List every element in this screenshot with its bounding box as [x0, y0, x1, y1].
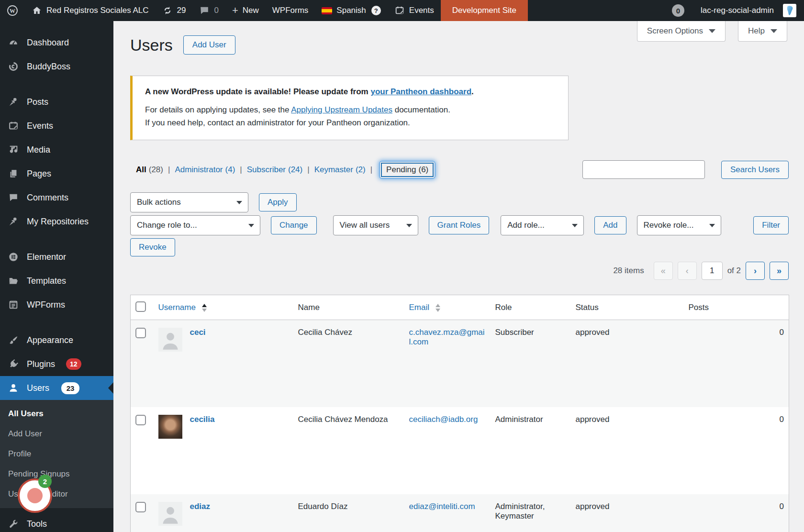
comment-bubble-icon	[8, 192, 19, 203]
upstream-updates-link[interactable]: Applying Upstream Updates	[291, 105, 392, 114]
sidebar-item-events[interactable]: Events	[0, 114, 113, 138]
items-count: 28 items	[613, 266, 644, 276]
user-email-link[interactable]: c.chavez.mza@gmail.com	[409, 328, 485, 346]
folder-icon	[8, 276, 19, 286]
sidebar-item-pages[interactable]: Pages	[0, 162, 113, 186]
submenu-pending-signups[interactable]: Pending Signups	[0, 464, 113, 484]
sidebar-item-posts[interactable]: Posts	[0, 90, 113, 114]
sidebar-item-users[interactable]: Users 23	[0, 376, 113, 400]
current-page-input[interactable]	[702, 262, 723, 280]
username-link[interactable]: ceci	[190, 328, 206, 337]
submenu-all-users[interactable]: All Users	[0, 404, 113, 424]
add-user-button[interactable]: Add User	[183, 35, 235, 55]
filter-button[interactable]: Filter	[753, 216, 789, 234]
sidebar-item-wpforms[interactable]: WPForms	[0, 293, 113, 317]
user-icon	[8, 383, 19, 393]
comments-indicator[interactable]: 0	[192, 0, 225, 21]
user-posts-count: 0	[684, 407, 789, 494]
sidebar-item-my-repositories[interactable]: My Repositories	[0, 210, 113, 233]
view-users-select[interactable]: View all users	[333, 215, 418, 235]
menu-separator	[0, 233, 113, 245]
search-users-button[interactable]: Search Users	[721, 161, 789, 179]
sidebar-item-appearance[interactable]: Appearance	[0, 328, 113, 352]
first-page-button: «	[654, 262, 673, 280]
events-menu[interactable]: Events	[388, 0, 441, 21]
comments-count: 0	[214, 6, 218, 15]
environment-badge[interactable]: Development Site	[441, 0, 528, 21]
main-content: Screen Options Help Users Add User A new…	[113, 21, 804, 532]
screen-options-button[interactable]: Screen Options	[637, 21, 726, 42]
total-pages-label: of 2	[727, 266, 741, 276]
column-header-username[interactable]: Username	[154, 295, 293, 320]
username-link[interactable]: cecilia	[190, 415, 215, 424]
wpforms-menu[interactable]: WPForms	[266, 0, 315, 21]
username-link[interactable]: ediaz	[190, 502, 211, 511]
user-status: approved	[571, 320, 684, 407]
updates-indicator[interactable]: 29	[156, 0, 193, 21]
filter-subscriber-link[interactable]: Subscriber	[247, 165, 286, 175]
menu-separator	[0, 78, 113, 90]
next-page-button[interactable]: ›	[746, 262, 765, 280]
change-button[interactable]: Change	[271, 216, 317, 234]
sidebar-item-comments[interactable]: Comments	[0, 186, 113, 210]
submenu-user-role-editor[interactable]: User Role Editor	[0, 484, 113, 504]
filter-keymaster-link[interactable]: Keymaster	[314, 165, 353, 175]
help-button[interactable]: Help	[738, 21, 787, 42]
user-email-link[interactable]: ceciliach@iadb.org	[409, 415, 478, 424]
select-all-checkbox[interactable]	[135, 301, 146, 312]
filter-administrator: Administrator (4)	[175, 165, 246, 175]
wpforms-label: WPForms	[272, 6, 309, 15]
chevron-down-icon	[770, 29, 777, 33]
user-email-link[interactable]: ediaz@inteliti.com	[409, 502, 475, 511]
revoke-role-select[interactable]: Revoke role...	[637, 215, 721, 235]
chevron-down-icon	[709, 224, 715, 227]
admin-menu: Dashboard BuddyBoss Posts Events Media	[0, 21, 113, 400]
sidebar-item-elementor[interactable]: Elementor	[0, 245, 113, 269]
search-users-input[interactable]	[582, 160, 705, 179]
bulk-actions-select[interactable]: Bulk actions	[130, 192, 248, 212]
filter-subscriber: Subscriber (24)	[247, 165, 314, 175]
site-name-link[interactable]: Red Registros Sociales ALC	[25, 0, 156, 21]
filter-all-link[interactable]: All	[136, 165, 146, 175]
user-role: Administrator, Keymaster	[491, 494, 571, 532]
filter-pending-link[interactable]: Pending (6)	[381, 163, 434, 177]
change-role-select[interactable]: Change role to...	[130, 215, 260, 235]
sidebar-item-plugins[interactable]: Plugins 12	[0, 352, 113, 376]
account-username: lac-reg-social-admin	[701, 6, 774, 15]
bulk-actions-row: Bulk actions Apply	[130, 192, 789, 212]
chevron-down-icon	[572, 224, 578, 227]
column-header-email[interactable]: Email	[404, 295, 491, 320]
pantheon-dashboard-link[interactable]: your Pantheon dashboard	[370, 87, 471, 96]
user-name: Cecilia Chávez	[293, 320, 404, 407]
submenu-profile[interactable]: Profile	[0, 444, 113, 464]
revoke-button[interactable]: Revoke	[130, 238, 175, 256]
sidebar-item-dashboard[interactable]: Dashboard	[0, 31, 113, 55]
row-checkbox[interactable]	[135, 415, 146, 425]
wordpress-logo[interactable]: W	[0, 0, 25, 21]
sidebar-item-buddyboss[interactable]: BuddyBoss	[0, 55, 113, 78]
submenu-add-user[interactable]: Add User	[0, 424, 113, 444]
add-role-select[interactable]: Add role...	[501, 215, 584, 235]
prev-page-button: ‹	[678, 262, 697, 280]
filter-administrator-link[interactable]: Administrator	[175, 165, 223, 175]
grant-roles-button[interactable]: Grant Roles	[429, 216, 490, 234]
chat-widget-launcher[interactable]: 2	[18, 478, 52, 513]
new-label: New	[243, 6, 259, 15]
sidebar-item-media[interactable]: Media	[0, 138, 113, 162]
notification-count-badge[interactable]: 0	[672, 4, 684, 17]
menu-separator	[0, 317, 113, 328]
language-switcher[interactable]: Spanish ?	[315, 0, 387, 21]
pages-icon	[8, 168, 19, 179]
add-button[interactable]: Add	[594, 216, 626, 234]
last-page-button[interactable]: »	[770, 262, 789, 280]
new-content-button[interactable]: + New	[225, 0, 266, 21]
sidebar-item-tools[interactable]: Tools	[0, 512, 113, 532]
account-menu[interactable]: lac-reg-social-admin	[694, 4, 798, 17]
sidebar-item-templates[interactable]: Templates	[0, 269, 113, 293]
revoke-row: Revoke	[130, 238, 789, 256]
row-checkbox[interactable]	[135, 502, 146, 512]
updates-count: 29	[177, 6, 186, 15]
screen-meta: Screen Options Help	[637, 21, 787, 42]
apply-button[interactable]: Apply	[259, 193, 297, 211]
row-checkbox[interactable]	[135, 328, 146, 338]
